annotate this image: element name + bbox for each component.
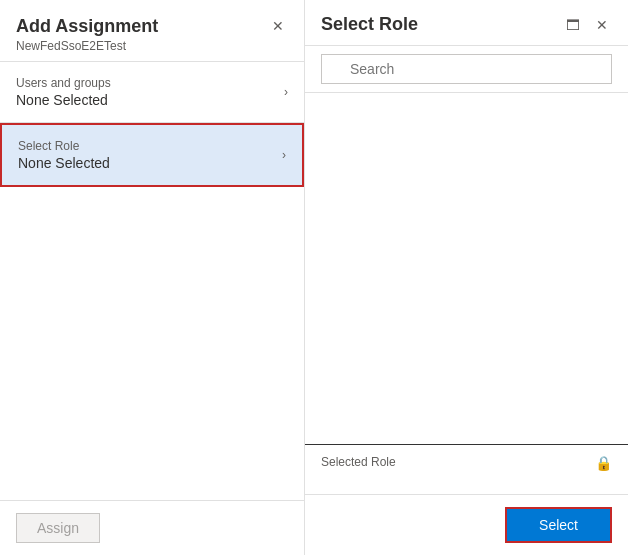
search-box: 🔍 <box>305 46 628 93</box>
left-panel: Add Assignment NewFedSsoE2ETest ✕ Users … <box>0 0 305 555</box>
users-and-groups-chevron-icon: › <box>284 85 288 99</box>
right-footer: Select <box>305 495 628 555</box>
role-list <box>305 93 628 445</box>
lock-icon: 🔒 <box>595 455 612 471</box>
select-button[interactable]: Select <box>505 507 612 543</box>
select-role-content: Select Role None Selected <box>18 139 110 171</box>
right-panel-title: Select Role <box>321 14 418 35</box>
assign-button[interactable]: Assign <box>16 513 100 543</box>
users-and-groups-item[interactable]: Users and groups None Selected › <box>0 62 304 123</box>
select-role-item[interactable]: Select Role None Selected › <box>0 123 304 187</box>
right-panel: Select Role 🗖 ✕ 🔍 Selected Role 🔒 Select <box>305 0 628 555</box>
left-panel-close-button[interactable]: ✕ <box>268 16 288 36</box>
users-and-groups-label: Users and groups <box>16 76 111 90</box>
left-header: Add Assignment NewFedSsoE2ETest ✕ <box>0 0 304 62</box>
minimize-button[interactable]: 🗖 <box>562 15 584 35</box>
selected-role-label: Selected Role <box>321 455 396 469</box>
search-wrapper: 🔍 <box>321 54 612 84</box>
selected-role-section: Selected Role 🔒 <box>305 445 628 495</box>
users-and-groups-value: None Selected <box>16 92 111 108</box>
left-panel-title: Add Assignment <box>16 16 158 37</box>
select-role-value: None Selected <box>18 155 110 171</box>
users-and-groups-content: Users and groups None Selected <box>16 76 111 108</box>
left-panel-subtitle: NewFedSsoE2ETest <box>16 39 158 53</box>
right-header-icons: 🗖 ✕ <box>562 15 612 35</box>
search-input[interactable] <box>321 54 612 84</box>
select-role-label: Select Role <box>18 139 110 153</box>
select-role-chevron-icon: › <box>282 148 286 162</box>
right-header: Select Role 🗖 ✕ <box>305 0 628 46</box>
right-panel-close-button[interactable]: ✕ <box>592 15 612 35</box>
left-footer: Assign <box>0 500 304 555</box>
